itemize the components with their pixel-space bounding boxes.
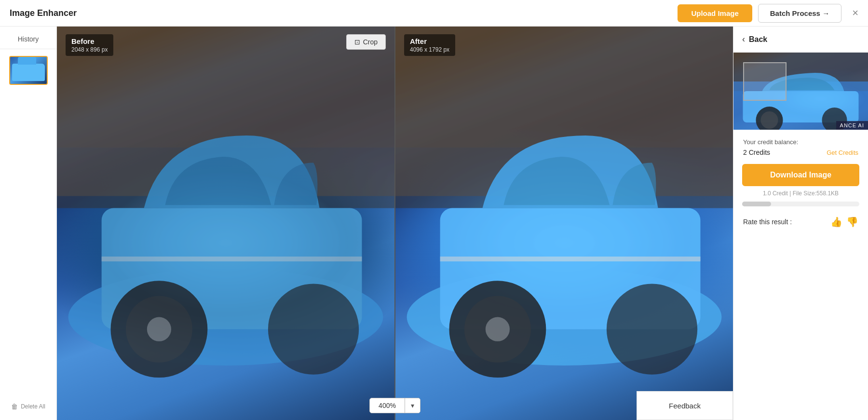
viewer-bottom: 400% ▾ [57,391,733,420]
zoom-value: 400% [370,398,405,413]
rate-buttons: 👍 👎 [830,216,858,228]
get-credits-link[interactable]: Get Credits [827,149,858,156]
delete-all-label: Delete All [21,403,45,410]
svg-point-19 [607,284,697,375]
main-layout: History 🗑 Delete All [0,27,868,420]
credit-row: 2 Credits Get Credits [743,149,858,156]
credit-count: 2 Credits [743,149,770,156]
app-title: Image Enhancer [10,8,77,18]
thumbs-down-button[interactable]: 👎 [846,216,858,228]
preview-car-image [733,53,868,130]
trash-icon: 🗑 [11,403,18,410]
before-image [57,27,394,420]
preview-image-container: ANCE AI [733,53,868,130]
delete-all-button[interactable]: 🗑 Delete All [11,403,45,410]
history-label: History [0,27,56,49]
enhance-ai-badge: ANCE AI [836,121,868,130]
crop-button[interactable]: ⊡ Crop [346,34,386,50]
rate-label: Rate this result : [743,218,792,226]
after-label: After 4096 x 1792 px [404,34,455,56]
crop-label: Crop [363,38,378,46]
scrollbar-area[interactable] [742,202,859,206]
svg-point-24 [761,111,778,129]
rate-section: Rate this result : 👍 👎 [733,206,868,232]
right-panel-header: ‹ Back [733,27,868,53]
thumbnail-image [10,57,47,84]
scrollbar-thumb[interactable] [742,202,771,206]
upload-image-button[interactable]: Upload Image [678,4,752,22]
file-info: 1.0 Credit | File Size:558.1KB [733,190,868,197]
before-title: Before [71,37,108,45]
car-silhouette [12,64,45,81]
before-size: 2048 x 896 px [71,46,108,53]
before-label: Before 2048 x 896 px [66,34,113,56]
download-image-button[interactable]: Download Image [742,164,859,186]
crop-icon: ⊡ [354,38,360,46]
svg-point-8 [147,317,171,341]
svg-rect-5 [102,257,362,261]
sidebar: History 🗑 Delete All [0,27,57,420]
after-panel: After 4096 x 1792 px ANCE AI [394,27,733,420]
history-thumbnail[interactable] [9,56,48,85]
thumbs-up-button[interactable]: 👍 [830,216,842,228]
right-panel: ‹ Back ANCE AI Your cre [733,27,868,420]
after-size: 4096 x 1792 px [410,46,449,53]
credit-balance-label: Your credit balance: [743,138,858,146]
svg-point-9 [268,284,359,375]
image-viewer: Before 2048 x 896 px ⊡ Crop [57,27,733,420]
svg-rect-15 [440,257,701,261]
before-panel: Before 2048 x 896 px ⊡ Crop [57,27,394,420]
feedback-button[interactable]: Feedback [637,391,733,420]
batch-process-button[interactable]: Batch Process → [758,4,841,23]
credit-section: Your credit balance: 2 Credits Get Credi… [733,130,868,156]
close-button[interactable]: × [852,7,858,19]
after-image [395,27,733,420]
header-actions: Upload Image Batch Process → × [678,4,858,23]
zoom-dropdown-button[interactable]: ▾ [405,398,420,413]
after-title: After [410,37,449,45]
sidebar-bottom: 🗑 Delete All [11,85,45,420]
app-header: Image Enhancer Upload Image Batch Proces… [0,0,868,27]
back-label: Back [749,35,767,44]
svg-point-18 [486,317,510,341]
back-chevron-icon[interactable]: ‹ [742,34,745,44]
zoom-control: 400% ▾ [369,398,420,413]
